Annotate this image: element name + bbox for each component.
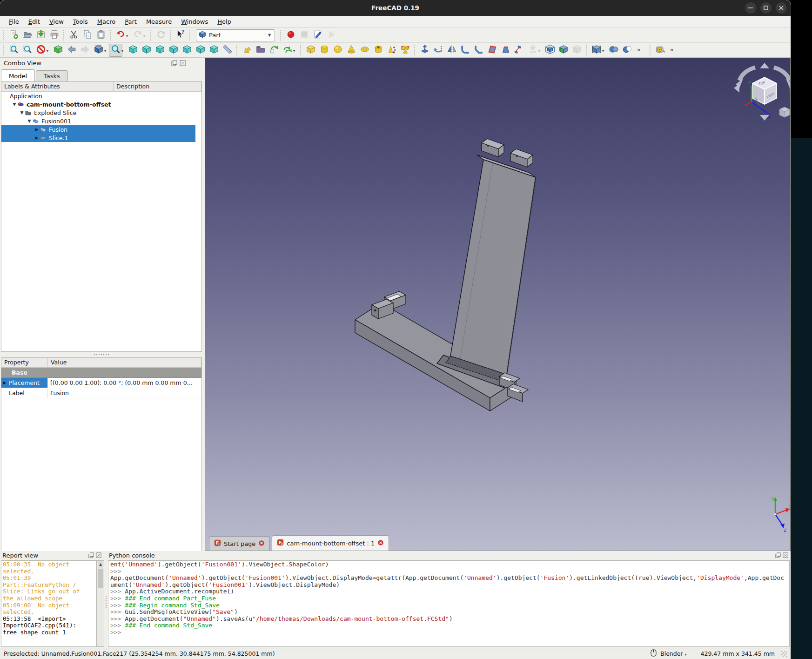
tree-header-labels[interactable]: Labels & Attributes [1,82,114,91]
toolbar-grip[interactable] [188,30,192,40]
property-value[interactable]: [(0.00 0.00 1.00); 0.00 °; (0.00 mm 0.00… [48,378,201,388]
menu-edit[interactable]: Edit [24,17,44,27]
maximize-button[interactable] [760,2,772,13]
minimize-button[interactable] [745,2,756,13]
primitive-box-button[interactable] [304,44,317,57]
dock-close-icon[interactable] [180,60,186,66]
replace-link-button[interactable]: ▾ [281,44,294,57]
tree-item-exploded-slice[interactable]: ▼Exploded Slice [1,108,201,117]
view-left-button[interactable] [207,44,221,57]
property-header[interactable]: Property Value [1,358,201,368]
toolbar-grip[interactable] [2,30,6,40]
close-button[interactable] [776,2,787,13]
whats-this-button[interactable]: ? [174,29,187,42]
dock-float-icon[interactable] [171,60,177,66]
tree-expander-icon[interactable]: ▼ [19,110,25,115]
toolbar-grip[interactable] [235,45,239,55]
property-name[interactable]: ▶Placement [1,378,48,388]
view-bottom-button[interactable] [194,44,207,57]
report-float-icon[interactable] [88,552,94,558]
fit-all-button[interactable] [7,44,20,57]
dropdown-caret-icon[interactable]: ▾ [120,49,125,53]
chamfer-button[interactable] [472,44,485,57]
property-row-label[interactable]: LabelFusion [1,388,201,398]
dropdown-caret-icon[interactable]: ▾ [292,49,296,53]
tree-expander-icon[interactable]: ▶ [34,127,40,132]
menu-help[interactable]: Help [213,17,235,27]
menu-macro[interactable]: Macro [93,17,120,27]
dropdown-caret-icon[interactable]: ▾ [103,49,107,53]
toolbar-grip[interactable] [299,45,302,55]
menu-file[interactable]: File [5,17,23,27]
property-name[interactable]: Label [1,388,48,398]
nav-style-selector[interactable]: Blender ▾ [660,650,686,657]
tab-tasks[interactable]: Tasks [36,70,68,81]
chevron-down-icon[interactable]: ▼ [266,30,273,41]
view-front-button[interactable] [140,44,153,57]
close-tab-icon[interactable] [258,540,265,548]
toolbar-grip[interactable] [279,30,282,40]
3d-viewport[interactable]: TOP FRONT RIGHT Y Z Y [205,58,791,551]
extrude-button[interactable] [418,44,431,57]
boolean-intersection-button[interactable] [620,44,634,57]
toolbar-grip[interactable] [413,45,416,55]
view-top-button[interactable] [153,44,167,57]
undo-button[interactable]: ▾ [114,29,127,42]
tab-model[interactable]: Model [1,69,35,81]
resize-grip[interactable] [781,651,787,657]
view-right-button[interactable] [167,44,180,57]
property-row-placement[interactable]: ▶Placement[(0.00 0.00 1.00); 0.00 °; (0.… [1,378,201,388]
tree-item-application[interactable]: Application [1,92,201,100]
tree-item-cam-mount-bottom-offset[interactable]: ▼cam-mount-bottom-offset [1,100,201,108]
boolean-button[interactable]: ▾ [590,44,603,57]
import-shape-button[interactable] [240,44,254,57]
document-tab-cam-mount-bottom-offset-1[interactable]: Fcam-mount-bottom-offset : 1 [272,535,389,551]
dropdown-caret-icon[interactable]: ▾ [45,49,50,53]
scroll-thumb[interactable] [98,569,103,588]
macro-edit-button[interactable] [311,29,324,42]
offset-3d-button[interactable] [543,44,557,57]
toolbar-overflow-button[interactable]: » [634,44,647,57]
toolbar-grip[interactable] [109,30,112,40]
measure-distance-button[interactable] [221,44,234,57]
toolbar-grip[interactable] [62,30,66,40]
menu-view[interactable]: View [45,17,68,27]
fit-selection-button[interactable] [20,44,34,57]
primitive-sphere-button[interactable] [331,44,344,57]
document-tab-start-page[interactable]: FStart page [209,536,270,551]
dropdown-caret-icon[interactable]: ▾ [537,49,542,53]
titlebar[interactable]: FreeCAD 0.19 [0,0,791,16]
dropdown-caret-icon[interactable]: ▾ [125,34,129,38]
mirror-button[interactable] [445,44,458,57]
primitive-cylinder-button[interactable] [317,44,331,57]
macro-record-button[interactable] [284,29,297,42]
toolbar-grip[interactable] [2,45,6,55]
loft-button[interactable] [499,44,512,57]
dropdown-caret-icon[interactable]: ▾ [142,34,147,38]
make-link-button[interactable] [267,44,281,57]
property-group-base[interactable]: Base [1,368,201,378]
toolbar-overflow-2-button[interactable]: » [667,44,680,57]
python-float-icon[interactable] [775,552,781,558]
tree-expander-icon[interactable]: ▼ [27,119,32,123]
scroll-up-icon[interactable]: ▲ [98,561,103,568]
cut-button[interactable] [67,29,81,42]
tree-header-description[interactable]: Description [114,82,201,91]
view-rear-button[interactable] [180,44,194,57]
draw-style-button[interactable] [51,44,65,57]
refresh-button[interactable] [154,29,168,42]
primitives-dialog-button[interactable] [398,44,412,57]
workbench-selector[interactable]: Part▼ [196,29,275,41]
panel-splitter[interactable] [1,352,202,357]
toolbar-grip[interactable] [585,45,588,55]
menu-part[interactable]: Part [121,17,141,27]
report-scrollbar[interactable]: ▲ [97,560,104,647]
menu-tools[interactable]: Tools [69,17,92,27]
macro-stop-button[interactable] [297,29,311,42]
close-tab-icon[interactable] [377,539,384,547]
property-value[interactable]: Fusion [48,388,201,398]
save-document-button[interactable] [34,29,47,42]
property-expander-icon[interactable]: ▶ [3,381,9,385]
property-column-header[interactable]: Property [1,358,48,367]
primitive-tube-button[interactable] [371,44,385,57]
